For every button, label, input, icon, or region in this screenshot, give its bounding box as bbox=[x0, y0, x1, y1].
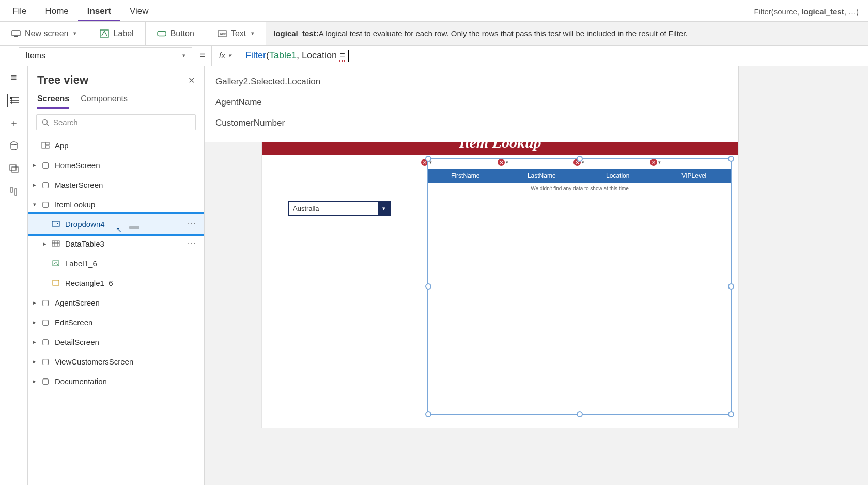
menu-insert[interactable]: Insert bbox=[78, 2, 120, 21]
tree-node-editscreen[interactable]: ▸▢ EditScreen bbox=[28, 312, 204, 332]
menu-home[interactable]: Home bbox=[36, 2, 78, 21]
tree-label: App bbox=[55, 141, 69, 150]
screen-icon: ▢ bbox=[40, 161, 51, 169]
tree-node-detailscreen[interactable]: ▸▢ DetailScreen bbox=[28, 332, 204, 352]
screen-icon bbox=[11, 29, 21, 38]
tree-node-documentation[interactable]: ▸▢ Documentation bbox=[28, 371, 204, 391]
tab-screens[interactable]: Screens bbox=[37, 90, 69, 109]
autocomplete-item[interactable]: AgentName bbox=[215, 92, 728, 113]
svg-rect-1 bbox=[14, 36, 18, 37]
resize-handle[interactable] bbox=[425, 156, 431, 162]
svg-rect-15 bbox=[46, 142, 49, 145]
tab-components[interactable]: Components bbox=[81, 90, 128, 109]
new-screen-button[interactable]: New screen ▾ bbox=[8, 27, 80, 40]
tree-node-datatable3[interactable]: ▸ DataTable3 ··· bbox=[28, 234, 204, 253]
svg-point-7 bbox=[11, 142, 17, 145]
screen-icon: ▢ bbox=[40, 180, 51, 189]
tree-label: ItemLookup bbox=[55, 200, 95, 209]
svg-line-13 bbox=[47, 124, 49, 126]
text-icon: Abc bbox=[218, 29, 227, 38]
formula-input[interactable]: Filter(Table1, Location = bbox=[239, 46, 868, 66]
screen-icon: ▢ bbox=[40, 377, 51, 385]
fx-button[interactable]: fx▾ bbox=[211, 46, 239, 66]
autocomplete-item[interactable]: Gallery2.Selected.Location bbox=[215, 71, 728, 92]
tree-node-label16[interactable]: Label1_6 bbox=[28, 253, 204, 273]
tree-label: MasterScreen bbox=[55, 180, 103, 189]
resize-handle[interactable] bbox=[577, 411, 583, 417]
more-icon[interactable]: ··· bbox=[187, 239, 200, 248]
media-icon[interactable] bbox=[8, 162, 20, 175]
label-btn-text: Label bbox=[113, 29, 133, 38]
dropdown-icon bbox=[51, 220, 61, 228]
tree-label: Dropdown4 bbox=[65, 220, 105, 229]
datatable-control[interactable]: ✕▾ ✕▾ ✕▾ ✕▾ FirstName LastName Location … bbox=[427, 158, 732, 415]
formula-fn: Filter bbox=[245, 50, 266, 61]
chevron-down-icon: ▾ bbox=[251, 30, 254, 37]
chevron-down-icon: ▾ bbox=[228, 52, 231, 59]
search-placeholder: Search bbox=[53, 118, 78, 127]
tree-node-agentscreen[interactable]: ▸▢ AgentScreen bbox=[28, 293, 204, 312]
screen-icon: ▢ bbox=[40, 338, 51, 346]
tree-label: Rectangle1_6 bbox=[65, 279, 113, 287]
tree-node-homescreen[interactable]: ▸▢ HomeScreen bbox=[28, 155, 204, 175]
tree-label: DataTable3 bbox=[65, 239, 104, 248]
close-icon[interactable]: ✕ bbox=[188, 75, 195, 85]
text-button[interactable]: Abc Text ▾ bbox=[214, 27, 257, 40]
tree-node-app[interactable]: App bbox=[28, 135, 204, 155]
svg-rect-23 bbox=[53, 280, 59, 285]
tree-view-icon[interactable] bbox=[7, 94, 19, 107]
svg-rect-9 bbox=[12, 167, 18, 172]
button-button[interactable]: Button bbox=[154, 27, 197, 40]
hamburger-icon[interactable]: ≡ bbox=[8, 71, 20, 84]
resize-handle[interactable] bbox=[425, 283, 431, 290]
resize-handle[interactable] bbox=[425, 411, 431, 417]
label-button[interactable]: Label bbox=[97, 27, 136, 40]
equals-sign: = bbox=[194, 46, 211, 66]
svg-rect-17 bbox=[52, 221, 59, 226]
text-btn-text: Text bbox=[231, 29, 246, 38]
dropdown-value: Australia bbox=[289, 205, 378, 213]
menu-file[interactable]: File bbox=[3, 2, 36, 21]
resize-handle[interactable] bbox=[728, 156, 734, 162]
formula-field: Location bbox=[302, 50, 337, 61]
tools-icon[interactable] bbox=[8, 185, 20, 198]
app-preview: Item Lookup Australia ▾ ✕▾ ✕▾ ✕▾ ✕▾ Firs… bbox=[261, 130, 739, 428]
tree-node-viewcustomers[interactable]: ▸▢ ViewCustomersScreen bbox=[28, 352, 204, 371]
tree-label: EditScreen bbox=[55, 318, 92, 327]
svg-rect-10 bbox=[11, 187, 12, 192]
tree-node-masterscreen[interactable]: ▸▢ MasterScreen bbox=[28, 175, 204, 194]
label-icon bbox=[51, 259, 61, 267]
formula-op: = bbox=[339, 50, 345, 62]
design-canvas[interactable]: Gallery2.Selected.Location AgentName Cus… bbox=[205, 66, 868, 485]
dropdown-control[interactable]: Australia ▾ bbox=[288, 201, 391, 216]
tree-node-itemlookup[interactable]: ▾▢ ItemLookup bbox=[28, 194, 204, 214]
button-icon bbox=[157, 29, 166, 38]
tree-view-title: Tree view bbox=[37, 73, 88, 87]
chevron-down-icon: ▾ bbox=[182, 52, 185, 59]
formula-table: Table1 bbox=[269, 50, 297, 61]
text-cursor bbox=[348, 50, 349, 62]
app-menubar: File Home Insert View Filter(source, log… bbox=[0, 0, 868, 22]
resize-handle[interactable] bbox=[577, 156, 583, 162]
add-icon[interactable]: ＋ bbox=[8, 117, 20, 129]
resize-handle[interactable] bbox=[728, 411, 734, 417]
svg-rect-14 bbox=[42, 142, 45, 148]
autocomplete-item[interactable]: CustomerNumber bbox=[215, 113, 728, 133]
property-dropdown[interactable]: Items ▾ bbox=[19, 47, 192, 64]
tree-label: ViewCustomersScreen bbox=[55, 357, 133, 366]
table-icon bbox=[51, 239, 61, 248]
svg-rect-18 bbox=[52, 241, 59, 246]
tree-node-dropdown4[interactable]: Dropdown4 ··· ↖ bbox=[28, 214, 204, 234]
parameter-help: logical_test: A logical test to evaluate… bbox=[266, 22, 868, 45]
data-icon[interactable] bbox=[8, 140, 20, 152]
tree-tabs: Screens Components bbox=[28, 90, 204, 109]
screen-icon: ▢ bbox=[40, 298, 51, 307]
search-input[interactable]: Search bbox=[36, 114, 196, 130]
insert-ribbon: New screen ▾ Label Button Abc Text ▾ log… bbox=[0, 22, 868, 46]
tree-label: Documentation bbox=[55, 377, 107, 386]
menu-view[interactable]: View bbox=[120, 2, 158, 21]
resize-handle[interactable] bbox=[728, 283, 734, 290]
screen-icon: ▢ bbox=[40, 200, 51, 208]
tree-node-rectangle16[interactable]: Rectangle1_6 bbox=[28, 273, 204, 293]
more-icon[interactable]: ··· bbox=[187, 219, 200, 229]
